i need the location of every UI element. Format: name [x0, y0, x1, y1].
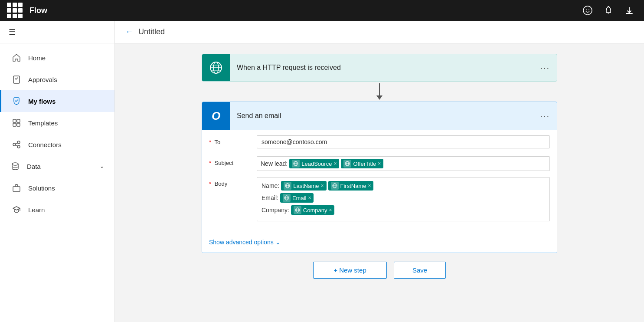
svg-point-10	[17, 141, 20, 144]
svg-point-9	[13, 143, 16, 146]
back-button[interactable]: ←	[125, 27, 133, 36]
token-first-name: FirstName ×	[328, 181, 374, 191]
new-step-button[interactable]: + New step	[313, 262, 387, 279]
token-chip-icon-lead-source	[292, 160, 300, 168]
svg-rect-8	[17, 123, 20, 126]
svg-rect-4	[13, 76, 20, 83]
chevron-down-icon: ⌄	[100, 163, 104, 169]
templates-icon	[12, 118, 21, 128]
sidebar-item-learn[interactable]: Learn	[0, 199, 114, 220]
sidebar-item-learn-label: Learn	[28, 206, 45, 214]
token-lead-source: LeadSource ×	[289, 159, 339, 168]
trigger-block[interactable]: When a HTTP request is received ···	[202, 54, 557, 82]
outlook-icon-bg: O	[202, 102, 230, 130]
body-company-label: Company:	[262, 207, 289, 214]
save-button[interactable]: Save	[394, 262, 446, 279]
token-offer-title-close[interactable]: ×	[378, 161, 381, 167]
token-chip-icon-last-name	[284, 182, 291, 190]
topbar: Flow	[0, 0, 644, 21]
show-advanced-link[interactable]: Show advanced options ⌄	[209, 239, 550, 246]
body-email-label: Email:	[262, 194, 278, 201]
smiley-icon[interactable]	[580, 3, 595, 18]
action-label: Send an email	[230, 112, 533, 120]
action-more-button[interactable]: ···	[533, 111, 557, 121]
svg-rect-15	[13, 187, 20, 191]
sidebar-item-connectors-label: Connectors	[28, 141, 62, 148]
sidebar-item-solutions[interactable]: Solutions	[0, 177, 114, 199]
learn-icon	[12, 205, 21, 214]
svg-rect-5	[13, 119, 16, 122]
form-row-body: * Body Name:	[209, 177, 550, 221]
sidebar-nav: Home Approvals	[0, 43, 114, 322]
token-email-close[interactable]: ×	[308, 195, 311, 201]
action-block-body: * To * Subject New le	[202, 130, 557, 233]
svg-rect-6	[17, 119, 20, 122]
show-advanced-section: Show advanced options ⌄	[202, 233, 557, 253]
sidebar-header: ☰	[0, 21, 114, 43]
subject-prefix-text: New lead:	[261, 160, 288, 167]
bell-icon[interactable]	[601, 3, 616, 18]
body-label: * Body	[209, 177, 257, 187]
action-block-header: O Send an email ···	[202, 102, 557, 130]
token-offer-title: OfferTitle ×	[341, 159, 383, 168]
download-icon[interactable]	[621, 3, 637, 18]
svg-point-1	[586, 10, 587, 10]
sidebar-item-solutions-label: Solutions	[28, 184, 55, 192]
form-row-subject: * Subject New lead: LeadSource	[209, 156, 550, 172]
to-input[interactable]	[257, 135, 550, 148]
token-chip-icon-first-name	[331, 182, 339, 190]
token-company: Company ×	[291, 205, 335, 215]
arrow-head	[376, 95, 382, 100]
sidebar-item-templates-label: Templates	[28, 119, 58, 127]
menu-icon[interactable]: ☰	[9, 27, 16, 37]
token-chip-icon-offer-title	[343, 160, 351, 168]
approvals-icon	[12, 75, 21, 84]
token-last-name: LastName ×	[281, 181, 326, 191]
sidebar-item-my-flows[interactable]: My flows	[0, 90, 114, 112]
sidebar-item-approvals[interactable]: Approvals	[0, 69, 114, 90]
flow-canvas: When a HTTP request is received ··· O Se…	[115, 43, 644, 322]
trigger-more-button[interactable]: ···	[533, 63, 557, 73]
token-chip-icon-company	[294, 206, 301, 214]
token-email: Email ×	[280, 193, 314, 203]
connectors-icon	[12, 140, 21, 149]
home-icon	[12, 53, 21, 62]
sidebar-item-templates[interactable]: Templates	[0, 112, 114, 134]
flow-arrow	[376, 83, 382, 100]
form-row-to: * To	[209, 135, 550, 151]
sidebar-item-connectors[interactable]: Connectors	[0, 134, 114, 155]
required-star-subject: *	[209, 160, 211, 166]
svg-point-0	[583, 6, 592, 15]
flow-wrapper: When a HTTP request is received ··· O Se…	[202, 54, 557, 287]
main-layout: ☰ Home Approvals	[0, 21, 644, 322]
required-star-to: *	[209, 139, 211, 145]
token-company-close[interactable]: ×	[329, 207, 332, 213]
show-advanced-label: Show advanced options	[209, 239, 274, 246]
page-header: ← Untitled	[115, 21, 644, 43]
token-lead-source-close[interactable]: ×	[333, 161, 337, 167]
svg-point-11	[17, 145, 20, 148]
subject-label: * Subject	[209, 156, 257, 166]
svg-rect-7	[13, 123, 16, 126]
solutions-icon	[12, 183, 21, 193]
token-first-name-close[interactable]: ×	[368, 183, 371, 189]
arrow-line	[379, 83, 380, 95]
sidebar-item-home-label: Home	[28, 54, 46, 62]
sidebar-item-my-flows-label: My flows	[28, 98, 56, 105]
sidebar-item-data[interactable]: Data ⌄	[0, 155, 114, 177]
svg-point-14	[12, 163, 18, 165]
page-title: Untitled	[138, 27, 165, 36]
sidebar-item-home[interactable]: Home	[0, 47, 114, 69]
app-grid-icon[interactable]	[7, 3, 23, 18]
body-field[interactable]: Name: LastName ×	[257, 177, 550, 221]
subject-field[interactable]: New lead: LeadSource ×	[257, 156, 550, 171]
required-star-body: *	[209, 181, 211, 187]
token-last-name-close[interactable]: ×	[320, 183, 324, 189]
body-line-email: Email: Email ×	[262, 193, 545, 203]
trigger-label: When a HTTP request is received	[230, 64, 533, 72]
token-chip-icon-email	[283, 194, 291, 202]
sidebar-item-data-label: Data	[27, 163, 41, 170]
body-line-name: Name: LastName ×	[262, 181, 545, 191]
body-line-company: Company: Company ×	[262, 205, 545, 215]
data-icon	[10, 161, 20, 171]
